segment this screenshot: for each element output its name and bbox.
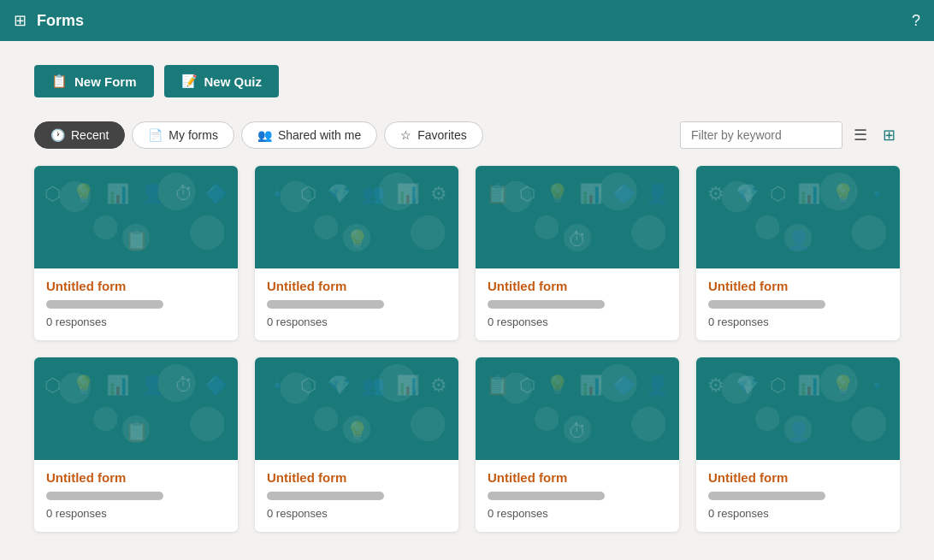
thumb-icon: 📊 xyxy=(106,376,129,395)
filter-input[interactable] xyxy=(680,121,842,149)
thumb-icon: 📊 xyxy=(797,185,820,203)
form-card-body: Untitled form 0 responses xyxy=(255,268,458,340)
form-card-title[interactable]: Untitled form xyxy=(488,279,667,293)
thumb-icon: ⬡ xyxy=(519,185,535,203)
form-card-responses: 0 responses xyxy=(708,507,888,520)
thumb-icon: ⬡ xyxy=(300,185,316,203)
thumb-icon: 💡 xyxy=(546,376,569,395)
form-card-subtitle xyxy=(267,492,384,500)
thumb-icon: 👤 xyxy=(646,185,669,203)
form-card-subtitle xyxy=(488,300,605,309)
form-card[interactable]: 📋⬡💡📊🔷👤⏱ Untitled form 0 responses xyxy=(476,357,679,532)
form-card-body: Untitled form 0 responses xyxy=(255,460,458,532)
help-icon[interactable]: ? xyxy=(912,12,920,30)
thumb-icon: 💡 xyxy=(831,376,854,395)
form-card-subtitle xyxy=(708,300,825,309)
thumb-icon: 📋 xyxy=(125,231,148,250)
thumbnail-icons: 🔹⬡💎👥📊⚙💡 xyxy=(255,166,458,268)
thumb-icon: 👤 xyxy=(787,422,810,441)
form-card-title[interactable]: Untitled form xyxy=(267,279,446,293)
tab-shared-label: Shared with me xyxy=(278,128,361,142)
thumbnail-icons: ⬡💡📊👤⏱🔷📋 xyxy=(34,357,238,460)
thumb-icon: 💡 xyxy=(72,376,95,395)
thumbnail-icons: ⚙💎⬡📊💡🔹👤 xyxy=(696,166,900,268)
form-card-title[interactable]: Untitled form xyxy=(46,279,226,293)
form-card-subtitle xyxy=(46,300,163,309)
new-quiz-icon: 📝 xyxy=(181,74,198,89)
thumbnail-icons: ⚙💎⬡📊💡🔹👤 xyxy=(696,357,900,460)
form-card-subtitle xyxy=(488,492,605,500)
form-thumbnail: ⚙💎⬡📊💡🔹👤 xyxy=(696,166,900,268)
tab-recent[interactable]: 🕐 Recent xyxy=(34,121,125,149)
form-card[interactable]: ⬡💡📊👤⏱🔷📋 Untitled form 0 responses xyxy=(34,357,238,532)
form-card-title[interactable]: Untitled form xyxy=(488,470,667,485)
thumb-icon: ⚙ xyxy=(707,376,724,395)
tab-shared[interactable]: 👥 Shared with me xyxy=(241,121,377,149)
form-thumbnail: 🔹⬡💎👥📊⚙💡 xyxy=(255,357,458,460)
tab-my-forms[interactable]: 📄 My forms xyxy=(132,121,234,149)
form-card[interactable]: ⚙💎⬡📊💡🔹👤 Untitled form 0 responses xyxy=(696,166,900,340)
main-content: 📋 New Form 📝 New Quiz 🕐 Recent 📄 My form… xyxy=(0,41,934,556)
form-thumbnail: ⬡💡📊👤⏱🔷📋 xyxy=(34,357,238,460)
form-card-title[interactable]: Untitled form xyxy=(708,470,888,485)
form-card-subtitle xyxy=(46,492,163,500)
button-row: 📋 New Form 📝 New Quiz xyxy=(34,65,900,97)
thumb-icon: 🔷 xyxy=(612,376,635,395)
thumb-icon: 🔷 xyxy=(612,185,635,203)
favorites-icon: ☆ xyxy=(400,128,411,142)
new-quiz-button[interactable]: 📝 New Quiz xyxy=(164,65,280,97)
new-form-button[interactable]: 📋 New Form xyxy=(34,65,154,97)
form-card-responses: 0 responses xyxy=(267,507,446,520)
form-thumbnail: ⬡💡📊👤⏱🔷📋 xyxy=(34,166,238,268)
form-card[interactable]: ⬡💡📊👤⏱🔷📋 Untitled form 0 responses xyxy=(34,166,238,340)
form-card-body: Untitled form 0 responses xyxy=(34,460,238,532)
thumb-icon: 👥 xyxy=(362,376,385,395)
thumb-icon: 💡 xyxy=(346,231,369,250)
form-thumbnail: 🔹⬡💎👥📊⚙💡 xyxy=(255,166,458,268)
thumb-icon: 👤 xyxy=(140,185,163,203)
thumb-icon: 💡 xyxy=(546,185,569,203)
thumb-icon: ⏱ xyxy=(568,422,587,441)
form-card-body: Untitled form 0 responses xyxy=(476,460,679,532)
tab-favorites-label: Favorites xyxy=(417,128,467,142)
form-card-responses: 0 responses xyxy=(267,315,446,328)
form-card-responses: 0 responses xyxy=(46,507,226,520)
form-card[interactable]: 🔹⬡💎👥📊⚙💡 Untitled form 0 responses xyxy=(255,357,458,532)
thumbnail-icons: 📋⬡💡📊🔷👤⏱ xyxy=(476,357,679,460)
list-view-button[interactable]: ☰ xyxy=(849,121,872,149)
form-card[interactable]: ⚙💎⬡📊💡🔹👤 Untitled form 0 responses xyxy=(696,357,900,532)
thumb-icon: 🔹 xyxy=(266,185,289,203)
form-card-title[interactable]: Untitled form xyxy=(46,470,226,485)
tabs-row: 🕐 Recent 📄 My forms 👥 Shared with me ☆ F… xyxy=(34,121,900,149)
form-card-subtitle xyxy=(267,300,384,309)
thumb-icon: 🔷 xyxy=(204,376,228,395)
form-card-subtitle xyxy=(708,492,825,500)
tab-favorites[interactable]: ☆ Favorites xyxy=(384,121,483,149)
grid-view-button[interactable]: ⊞ xyxy=(878,121,900,149)
form-card-body: Untitled form 0 responses xyxy=(476,268,679,340)
form-thumbnail: ⚙💎⬡📊💡🔹👤 xyxy=(696,357,900,460)
form-card-title[interactable]: Untitled form xyxy=(267,470,446,485)
new-form-icon: 📋 xyxy=(51,74,68,89)
thumb-icon: 💎 xyxy=(736,185,759,203)
thumb-icon: 🔹 xyxy=(266,376,289,395)
thumb-icon: 💎 xyxy=(328,376,351,395)
thumb-icon: 📊 xyxy=(396,185,419,203)
form-card-responses: 0 responses xyxy=(488,315,667,328)
form-card[interactable]: 📋⬡💡📊🔷👤⏱ Untitled form 0 responses xyxy=(476,166,679,340)
form-card[interactable]: 🔹⬡💎👥📊⚙💡 Untitled form 0 responses xyxy=(255,166,458,340)
thumb-icon: 💎 xyxy=(328,185,351,203)
thumb-icon: 📊 xyxy=(396,376,419,395)
tab-recent-label: Recent xyxy=(71,128,109,142)
thumb-icon: 📊 xyxy=(579,376,602,395)
thumb-icon: 📊 xyxy=(797,376,820,395)
form-card-title[interactable]: Untitled form xyxy=(708,279,888,293)
form-card-responses: 0 responses xyxy=(46,315,226,328)
thumb-icon: 📋 xyxy=(486,376,509,395)
form-thumbnail: 📋⬡💡📊🔷👤⏱ xyxy=(476,166,679,268)
thumb-icon: 🔷 xyxy=(204,185,228,203)
app-grid-icon[interactable]: ⊞ xyxy=(14,11,27,30)
thumb-icon: 👤 xyxy=(787,231,810,250)
form-card-responses: 0 responses xyxy=(708,315,888,328)
nav-left: ⊞ Forms xyxy=(14,11,84,30)
